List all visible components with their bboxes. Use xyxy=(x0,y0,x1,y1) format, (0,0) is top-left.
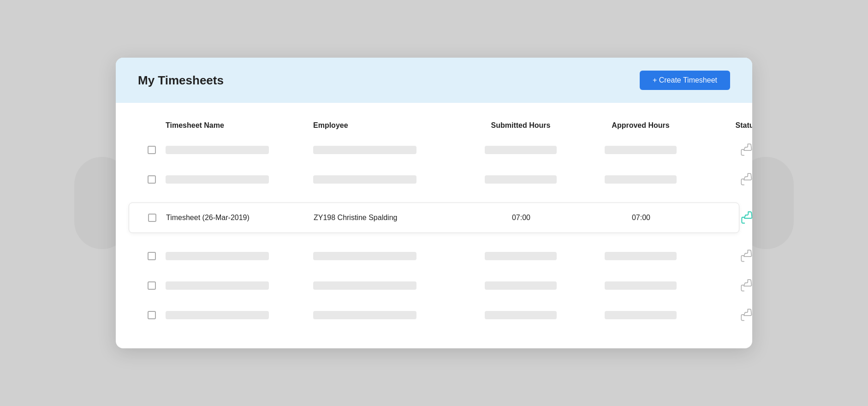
col-checkbox xyxy=(138,121,166,130)
row-checkbox[interactable] xyxy=(148,146,156,154)
placeholder-bar xyxy=(313,175,416,184)
thumbs-up-icon xyxy=(740,250,752,263)
active-row-employee: ZY198 Christine Spalding xyxy=(314,214,461,222)
placeholder-bar xyxy=(313,252,416,260)
col-status: Status xyxy=(701,121,752,130)
table-row xyxy=(138,300,730,330)
placeholder-bar xyxy=(485,281,557,290)
active-row-name: Timesheet (26-Mar-2019) xyxy=(166,214,314,222)
placeholder-bar xyxy=(166,146,269,154)
thumbs-up-icon xyxy=(740,173,752,186)
placeholder-bar xyxy=(166,311,269,319)
placeholder-bar xyxy=(313,146,416,154)
active-table-row: Timesheet (26-Mar-2019) ZY198 Christine … xyxy=(129,203,739,233)
placeholder-bar xyxy=(313,311,416,319)
placeholder-bar xyxy=(166,175,269,184)
table-row xyxy=(138,135,730,165)
row-checkbox[interactable] xyxy=(148,311,156,319)
placeholder-bar xyxy=(166,281,269,290)
placeholder-bar xyxy=(605,281,677,290)
active-row-approved-hours: 07:00 xyxy=(581,214,701,222)
page-title: My Timesheets xyxy=(138,73,224,88)
placeholder-bar xyxy=(485,146,557,154)
placeholder-bar xyxy=(485,311,557,319)
table-row xyxy=(138,271,730,300)
placeholder-bar xyxy=(485,252,557,260)
row-checkbox[interactable] xyxy=(148,281,156,290)
col-employee: Employee xyxy=(313,121,461,130)
card-header: My Timesheets + Create Timesheet xyxy=(116,58,752,103)
table-row xyxy=(138,165,730,194)
thumbs-up-icon xyxy=(740,279,752,292)
placeholder-bar xyxy=(605,311,677,319)
placeholder-bar xyxy=(166,252,269,260)
thumbs-up-icon xyxy=(740,309,752,322)
create-timesheet-button[interactable]: + Create Timesheet xyxy=(640,71,730,90)
table-row xyxy=(138,241,730,271)
col-approved-hours: Approved Hours xyxy=(581,121,701,130)
placeholder-bar xyxy=(605,146,677,154)
placeholder-bar xyxy=(605,252,677,260)
approved-thumbs-up-icon xyxy=(741,211,752,224)
thumbs-up-icon xyxy=(740,143,752,156)
row-checkbox[interactable] xyxy=(148,175,156,184)
table-header: Timesheet Name Employee Submitted Hours … xyxy=(138,112,730,135)
main-card: My Timesheets + Create Timesheet Timeshe… xyxy=(116,58,752,348)
col-name: Timesheet Name xyxy=(166,121,313,130)
row-checkbox[interactable] xyxy=(148,252,156,260)
active-row-checkbox[interactable] xyxy=(148,214,156,222)
placeholder-bar xyxy=(485,175,557,184)
table-container: Timesheet Name Employee Submitted Hours … xyxy=(116,103,752,348)
active-row-submitted-hours: 07:00 xyxy=(461,214,581,222)
col-submitted-hours: Submitted Hours xyxy=(461,121,581,130)
placeholder-bar xyxy=(605,175,677,184)
placeholder-bar xyxy=(313,281,416,290)
